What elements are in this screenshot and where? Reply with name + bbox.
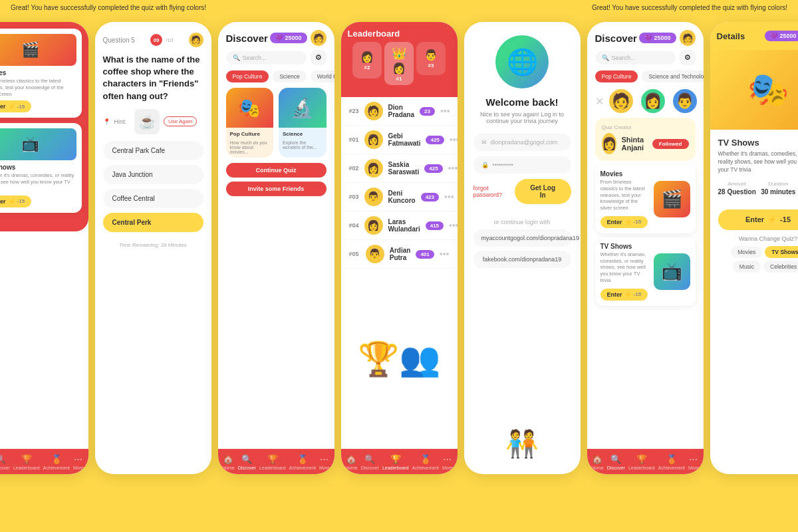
option-3-btn[interactable]: Coffee Central: [103, 189, 203, 208]
gem-icon-r: 💜: [644, 35, 652, 41]
nav-discover[interactable]: 🔍Discover: [0, 454, 10, 470]
nav-ach-dr[interactable]: 🏅Achievement: [658, 454, 685, 470]
top-banner-left: Great! You have successfully completed t…: [11, 4, 206, 11]
login-bottom-illus: 🧑‍🤝‍🧑: [505, 272, 539, 465]
tag-tvshows[interactable]: TV Shows: [765, 246, 798, 258]
lb-header: Leaderboard 👩 #2 👑 👩 #1 👨 #3: [341, 22, 458, 97]
login-btn[interactable]: Get Log In: [515, 179, 571, 204]
movies-enter-right[interactable]: Enter ⚡ -15: [600, 216, 648, 228]
cat-tabs-right: Pop Culture Science and Technology World…: [587, 70, 704, 88]
question-progress: 09 /10: [150, 34, 173, 46]
tag-music[interactable]: Music: [733, 261, 761, 273]
creator-name: Shinta Anjani: [622, 136, 647, 152]
lb-rank3-card: 👨 #3: [416, 42, 446, 75]
creator-profile-card: Quiz Creator 👩 Shinta Anjani Followed: [595, 118, 696, 161]
cat-sci-right[interactable]: Science and Technology: [642, 70, 703, 82]
filter-btn[interactable]: ⚙: [311, 50, 327, 65]
movies-card-right: Movies From timeless classics to the lat…: [595, 165, 696, 233]
nav-bar-movies: 🏠Home 🔍Discover 🏆Leaderboard 🏅Achievemen…: [0, 449, 88, 474]
filter-btn-right[interactable]: ⚙: [680, 50, 696, 65]
lb-row-0: #23 🧑 Dion Pradana 23 •••: [341, 97, 458, 126]
cat-tab-popcult[interactable]: Pop Culture: [226, 70, 269, 82]
option-2-btn[interactable]: Java Junction: [103, 165, 203, 184]
gems-badge: 💜 25000: [270, 33, 307, 43]
nav-more[interactable]: ⋯More: [73, 454, 84, 470]
login-illustration: 🌐: [495, 35, 549, 88]
science-img: 🔬: [279, 88, 327, 128]
nav-ach-lb[interactable]: 🏅Achievement: [412, 454, 439, 470]
forgot-password-link[interactable]: forgot password?: [473, 185, 515, 198]
nav-more-dr[interactable]: ⋯More: [688, 454, 699, 470]
tvshows-enter-btn[interactable]: Enter ⚡ -15: [0, 196, 31, 207]
nav-discover-dr[interactable]: 🔍Discover: [607, 454, 625, 470]
pop-culture-img: 🎭: [226, 88, 274, 128]
discover-header: Discover 💜 25000 🧑: [218, 22, 334, 50]
email-field[interactable]: ✉ dionpradana@gogol.com: [473, 134, 571, 151]
cat-pop-right[interactable]: Pop Culture: [595, 70, 638, 82]
option-1-btn[interactable]: Central Park Cafe: [103, 141, 203, 160]
password-field[interactable]: 🔒 ••••••••••: [473, 156, 571, 174]
screen-leaderboard: Leaderboard 👩 #2 👑 👩 #1 👨 #3 #23: [341, 22, 458, 474]
search-icon-r: 🔍: [602, 55, 609, 61]
nav-discover-lb[interactable]: 🔍Discover: [361, 454, 379, 470]
lightning-icon: ⚡: [8, 103, 15, 110]
or-label: or continue login with: [494, 219, 551, 225]
login-subtitle: Nice to see you again! Log in to continu…: [473, 111, 571, 124]
search-box[interactable]: 🔍 Search...: [226, 51, 307, 65]
screen-details-right: Details 💜 25000 🧑 🎭 TV Shows Whether it'…: [710, 22, 799, 474]
continue-quiz-btn[interactable]: Continue Quiz: [226, 163, 327, 178]
details-right-header: Details 💜 25000 🧑: [710, 22, 799, 50]
follow-btn[interactable]: Followed: [652, 139, 689, 149]
nav-home-2[interactable]: 🏠Home: [222, 454, 235, 470]
nav-lb[interactable]: 🏆Leaderboard: [382, 454, 409, 470]
tvshows-card: 📺 TV Shows Whether it's dramas, comedies…: [0, 123, 82, 212]
tvshows-title: TV Shows: [0, 164, 76, 171]
tv-enter-right[interactable]: Enter ⚡ -15: [600, 289, 648, 301]
lb-row-2: #02 👩 Saskia Saraswati 425 •••: [341, 154, 458, 183]
movies-enter-btn[interactable]: Enter ⚡ -15: [0, 100, 31, 112]
nav-more-lb[interactable]: ⋯More: [442, 454, 453, 470]
search-row: 🔍 Search... ⚙: [218, 50, 334, 70]
creator-avatar-2: 👩: [640, 88, 666, 114]
progress-circle: 09: [150, 34, 162, 46]
search-box-right[interactable]: 🔍 Search...: [595, 51, 676, 65]
screen-question: Question 5 09 /10 🧑 What is the name of …: [95, 22, 211, 474]
lb-row-1: #01 👩 Gebi Fatmawati 425 •••: [341, 126, 458, 154]
search-row-right: 🔍 Search... ⚙: [587, 50, 704, 70]
nav-more-2[interactable]: ⋯More: [319, 454, 330, 470]
tag-movies[interactable]: Movies: [731, 246, 762, 258]
nav-leaderboard-2[interactable]: 🏆Leaderboard: [259, 454, 286, 470]
hint-image: ☕: [134, 109, 160, 134]
gems-badge-right: 💜 25000: [639, 33, 676, 43]
screen-movies: 🎬 Movies From timeless classics to the l…: [0, 22, 88, 474]
discover-avatar: 🧑: [311, 30, 327, 46]
lb-rank1-card: 👑 👩 #1: [384, 42, 414, 85]
big-enter-btn[interactable]: Enter ⚡ -15: [718, 209, 799, 230]
nav-home-lb[interactable]: 🏠Home: [345, 454, 358, 470]
nav-discover-2[interactable]: 🔍Discover: [238, 454, 256, 470]
wanna-change: Wanna Change Quiz?: [718, 235, 799, 242]
details-gems: 💜 25000: [765, 31, 798, 41]
cat-tab-science[interactable]: Science: [273, 70, 306, 82]
use-again-btn[interactable]: Use Again: [164, 116, 197, 126]
lb-row-4: #04 👩 Laras Wulandari 415 •••: [341, 211, 458, 240]
nav-achievement-2[interactable]: 🏅Achievement: [289, 454, 316, 470]
invite-friends-btn[interactable]: Invite some Friends: [226, 182, 327, 196]
lightning-d: ⚡: [767, 215, 777, 224]
lb-row-3: #03 👨 Deni Kuncoro 423 •••: [341, 183, 458, 211]
google-login-btn[interactable]: myaccountgogol.com/dionpradana19: [473, 229, 571, 247]
nav-achievement[interactable]: 🏅Achievement: [43, 454, 70, 470]
close-overlay-btn[interactable]: ✕: [595, 95, 604, 108]
facebook-login-btn[interactable]: fakebook.com/dionpradana19: [473, 251, 571, 268]
pop-culture-desc: How much do you know about movies...: [226, 140, 274, 158]
option-4-btn[interactable]: Central Perk: [103, 213, 203, 232]
tag-celebrities[interactable]: Celebrities: [763, 261, 798, 273]
top-banner-right: Great! You have successfully completed t…: [592, 4, 787, 11]
movies-img: 🎬: [0, 34, 76, 66]
lb-row-5: #05 👨 Ardian Putra 401 •••: [341, 240, 458, 269]
nav-home-dr[interactable]: 🏠Home: [591, 454, 604, 470]
discover-title: Discover: [226, 33, 268, 44]
nav-leaderboard[interactable]: 🏆Leaderboard: [13, 454, 40, 470]
nav-lb-dr[interactable]: 🏆Leaderboard: [628, 454, 655, 470]
cat-tab-world[interactable]: World History: [311, 70, 334, 82]
